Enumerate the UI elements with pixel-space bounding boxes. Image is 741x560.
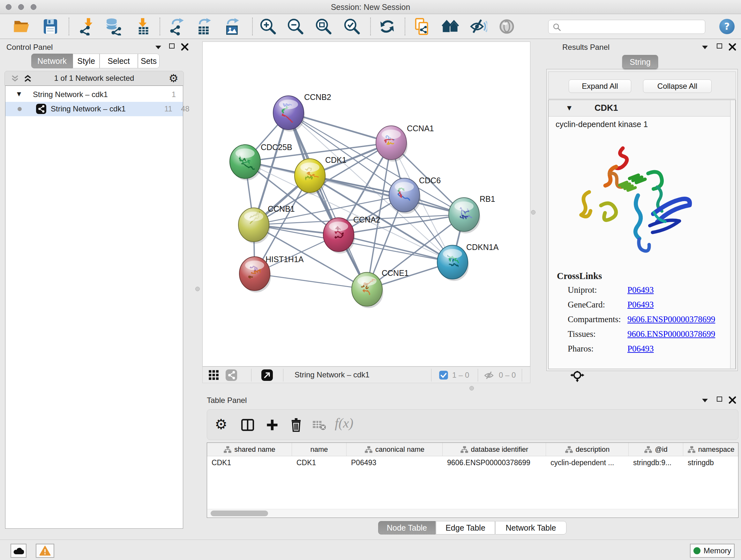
refresh-layout-icon[interactable] (378, 17, 396, 36)
collapse-all-button[interactable]: Collapse All (643, 79, 712, 93)
show-eye-icon[interactable] (498, 17, 516, 36)
table-cell[interactable]: P06493 (347, 456, 443, 469)
import-network-file-icon[interactable] (78, 17, 96, 36)
network-node-CCNB1[interactable] (239, 208, 270, 244)
gene-section-header[interactable]: ▼ CDK1 (549, 100, 736, 117)
clone-network-icon[interactable] (413, 17, 431, 36)
zoom-selected-icon[interactable] (343, 17, 361, 36)
network-node-RB1[interactable] (449, 198, 480, 233)
tab-network-table[interactable]: Network Table (495, 521, 566, 535)
network-row-selected[interactable]: String Network – cdk1 11 48 (5, 102, 183, 116)
tab-edge-table[interactable]: Edge Table (436, 521, 495, 535)
results-panel-float-icon[interactable] (717, 44, 722, 50)
zoom-fit-icon[interactable] (315, 17, 333, 36)
crosslink-label: Compartments: (568, 314, 621, 324)
table-hscrollbar[interactable] (207, 509, 737, 517)
network-collection-row[interactable]: ▼ String Network – cdk1 1 (5, 88, 183, 102)
left-splitter-handle[interactable] (195, 287, 200, 291)
column-header-canonical-name[interactable]: canonical name (347, 443, 443, 456)
hide-eye-icon[interactable] (469, 17, 487, 36)
cloud-button[interactable] (10, 544, 26, 558)
network-node-CDKN1A[interactable] (437, 245, 469, 281)
gene-expander-icon[interactable]: ▼ (567, 105, 571, 111)
open-in-window-icon[interactable] (261, 369, 273, 381)
export-image-icon[interactable] (223, 17, 241, 36)
warning-button[interactable] (36, 544, 54, 558)
table-cell[interactable]: cyclin-dependent ... (546, 456, 629, 469)
table-panel-menu-icon[interactable] (702, 398, 708, 403)
column-header-namespace[interactable]: namespace (683, 443, 738, 456)
import-network-database-icon[interactable] (105, 17, 122, 36)
node-table[interactable]: shared namenamecanonical namedatabase id… (207, 442, 738, 518)
column-header--id[interactable]: @id (629, 443, 683, 456)
crosslink-value-link[interactable]: P06493 (627, 344, 654, 354)
table-cell[interactable]: CDK1 (292, 456, 347, 469)
expand-all-button[interactable]: Expand All (569, 79, 631, 93)
export-network-icon[interactable] (167, 17, 185, 36)
table-settings-gear-icon[interactable]: ⚙ (215, 416, 227, 432)
network-node-CDC25B[interactable] (230, 145, 261, 180)
tab-network[interactable]: Network (31, 54, 73, 68)
control-panel-float-icon[interactable] (169, 44, 175, 50)
results-scrollbar[interactable] (730, 100, 736, 368)
network-canvas[interactable]: CCNB2CCNA1CDC25BCDK1CDC6RB1CCNB1CCNA2CDK… (202, 42, 530, 367)
network-node-CCNA2[interactable] (323, 218, 355, 253)
houses-icon[interactable] (442, 17, 460, 36)
birds-eye-grid-icon[interactable] (208, 370, 219, 381)
column-header-name[interactable]: name (292, 443, 347, 456)
tab-select[interactable]: Select (99, 54, 138, 68)
export-table-icon[interactable] (195, 17, 212, 36)
tab-style[interactable]: Style (73, 54, 99, 68)
table-panel-float-icon[interactable] (717, 396, 722, 403)
network-node-CCNE1[interactable] (352, 272, 383, 308)
zoom-out-icon[interactable] (286, 17, 305, 36)
network-edge[interactable] (255, 273, 367, 289)
hidden-eye-slash-icon[interactable] (483, 370, 494, 381)
delete-table-icon[interactable] (313, 420, 326, 431)
network-node-CDK1[interactable] (294, 159, 326, 194)
crosslink-value-link[interactable]: P06493 (627, 285, 654, 295)
right-splitter-handle[interactable] (531, 210, 536, 214)
column-header-database-identifier[interactable]: database identifier (443, 443, 546, 456)
open-session-icon[interactable] (13, 17, 30, 36)
control-panel-close-icon[interactable] (181, 43, 189, 51)
selected-checkbox-icon[interactable] (439, 370, 448, 380)
create-column-plus-icon[interactable] (265, 418, 279, 432)
memory-button[interactable]: Memory (690, 544, 735, 558)
tab-string[interactable]: String (622, 55, 658, 69)
results-panel-close-icon[interactable] (728, 43, 737, 51)
import-table-icon[interactable] (134, 17, 151, 36)
table-cell[interactable]: stringdb (683, 456, 738, 469)
crosslink-value-link[interactable]: P06493 (627, 300, 654, 310)
search-input[interactable] (563, 21, 700, 32)
table-cell[interactable]: CDK1 (207, 456, 292, 469)
save-session-icon[interactable] (42, 17, 59, 36)
hscroll-thumb[interactable] (211, 510, 268, 516)
tab-sets[interactable]: Sets (138, 54, 159, 68)
search-box (548, 20, 705, 34)
horizontal-splitter-handle[interactable] (469, 386, 474, 390)
table-row[interactable]: CDK1CDK1P064939606.ENSP00000378699cyclin… (207, 456, 738, 469)
help-button[interactable]: ? (719, 19, 735, 34)
zoom-in-icon[interactable] (259, 17, 277, 36)
toolbar-separator (478, 369, 478, 381)
crosslink-value-link[interactable]: 9606.ENSP00000378699 (627, 314, 715, 324)
table-cell[interactable]: 9606.ENSP00000378699 (443, 456, 546, 469)
expander-icon[interactable]: ▼ (17, 91, 21, 97)
delete-column-trash-icon[interactable] (289, 417, 304, 433)
table-cell[interactable]: stringdb:9... (629, 456, 683, 469)
column-header-description[interactable]: description (546, 443, 629, 456)
tab-node-table[interactable]: Node Table (378, 521, 435, 535)
control-panel-menu-icon[interactable] (155, 45, 161, 51)
results-panel-menu-icon[interactable] (702, 45, 708, 51)
crosslink-value-link[interactable]: 9606.ENSP00000378699 (627, 329, 715, 339)
network-options-gear-icon[interactable]: ⚙ (169, 72, 179, 84)
network-node-CCNB2[interactable] (273, 96, 305, 132)
column-header-label: @id (655, 445, 667, 454)
table-panel-close-icon[interactable] (728, 396, 737, 404)
show-columns-icon[interactable] (240, 418, 255, 432)
network-type-share-icon[interactable] (226, 369, 237, 381)
network-node-CCNA1[interactable] (376, 126, 408, 162)
function-builder-icon[interactable]: f(x) (335, 415, 353, 431)
column-header-shared-name[interactable]: shared name (207, 443, 292, 456)
